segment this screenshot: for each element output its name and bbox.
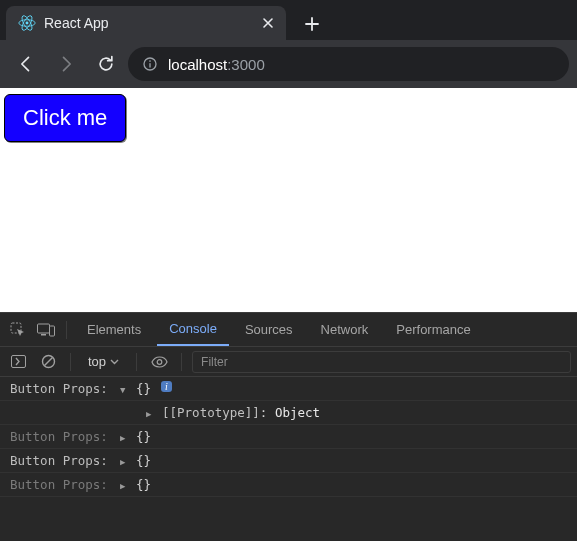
url-host: localhost xyxy=(168,56,227,73)
chevron-down-icon xyxy=(110,359,119,365)
react-logo-icon xyxy=(18,14,36,32)
svg-rect-9 xyxy=(41,334,46,336)
disclosure-arrow-icon[interactable] xyxy=(120,477,130,492)
devtools-panel: Elements Console Sources Network Perform… xyxy=(0,312,577,541)
console-toolbar: top xyxy=(0,347,577,377)
info-badge: i xyxy=(161,381,172,392)
disclosure-arrow-icon[interactable] xyxy=(120,453,130,468)
site-info-icon[interactable] xyxy=(142,56,158,72)
tab-sources[interactable]: Sources xyxy=(233,313,305,346)
log-source: Button Props: xyxy=(10,381,114,396)
url-port: :3000 xyxy=(227,56,265,73)
back-button[interactable] xyxy=(8,46,44,82)
devtools-tab-bar: Elements Console Sources Network Perform… xyxy=(0,313,577,347)
console-filter-input[interactable] xyxy=(192,351,571,373)
console-row[interactable]: Button Props:{} xyxy=(0,425,577,449)
device-toggle-icon[interactable] xyxy=(34,318,58,342)
toggle-sidebar-icon[interactable] xyxy=(6,350,30,374)
tab-network[interactable]: Network xyxy=(309,313,381,346)
click-me-button[interactable]: Click me xyxy=(4,94,126,142)
tab-elements[interactable]: Elements xyxy=(75,313,153,346)
separator xyxy=(136,353,137,371)
disclosure-arrow-icon[interactable] xyxy=(146,405,156,420)
console-row[interactable]: Button Props:{} xyxy=(0,473,577,497)
console-row-nested[interactable]: [[Prototype]]: Object xyxy=(0,401,577,425)
inspect-icon[interactable] xyxy=(6,318,30,342)
svg-rect-6 xyxy=(149,63,150,68)
prototype-line: [[Prototype]]: Object xyxy=(162,405,320,420)
disclosure-arrow-icon[interactable] xyxy=(120,429,130,444)
object-preview[interactable]: {} xyxy=(136,429,151,444)
console-output[interactable]: Button Props:{}i[[Prototype]]: ObjectBut… xyxy=(0,377,577,541)
svg-point-13 xyxy=(157,359,162,364)
context-label: top xyxy=(88,354,106,369)
svg-point-5 xyxy=(149,60,151,62)
reload-button[interactable] xyxy=(88,46,124,82)
disclosure-arrow-icon[interactable] xyxy=(120,381,130,396)
object-preview[interactable]: {} xyxy=(136,453,151,468)
url-text: localhost:3000 xyxy=(168,56,265,73)
browser-tab[interactable]: React App xyxy=(6,6,286,40)
object-preview[interactable]: {} xyxy=(136,477,151,492)
page-viewport: Click me xyxy=(0,88,577,312)
tab-strip: React App xyxy=(0,0,577,40)
log-source: Button Props: xyxy=(10,477,114,492)
console-row[interactable]: Button Props:{} xyxy=(0,449,577,473)
svg-point-3 xyxy=(26,22,29,25)
svg-rect-10 xyxy=(50,326,55,336)
log-source: Button Props: xyxy=(10,429,114,444)
separator xyxy=(181,353,182,371)
forward-button[interactable] xyxy=(48,46,84,82)
new-tab-button[interactable] xyxy=(298,10,326,38)
live-expression-icon[interactable] xyxy=(147,350,171,374)
clear-console-icon[interactable] xyxy=(36,350,60,374)
log-source: Button Props: xyxy=(10,453,114,468)
address-bar[interactable]: localhost:3000 xyxy=(128,47,569,81)
browser-toolbar: localhost:3000 xyxy=(0,40,577,88)
context-selector[interactable]: top xyxy=(81,351,126,372)
tab-performance[interactable]: Performance xyxy=(384,313,482,346)
object-preview[interactable]: {} xyxy=(136,381,151,396)
tab-close-icon[interactable] xyxy=(260,15,276,31)
tab-console[interactable]: Console xyxy=(157,313,229,346)
tab-title: React App xyxy=(44,15,252,31)
svg-rect-8 xyxy=(38,324,50,333)
separator xyxy=(66,321,67,339)
separator xyxy=(70,353,71,371)
console-row[interactable]: Button Props:{}i xyxy=(0,377,577,401)
